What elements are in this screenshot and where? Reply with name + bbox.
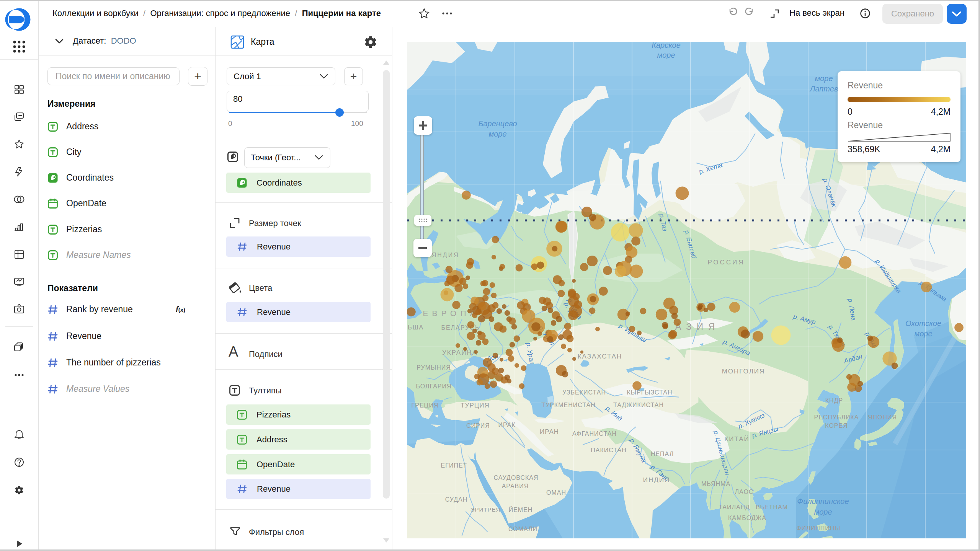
svg-text:УКРАИНА: УКРАИНА — [442, 349, 477, 356]
svg-text:РЕСПУБЛИКА: РЕСПУБЛИКА — [814, 414, 859, 421]
svg-text:КАЗАХСТАН: КАЗАХСТАН — [578, 353, 622, 360]
svg-text:ЛЬША: ЛЬША — [407, 324, 424, 331]
svg-text:ЙЕМЕН: ЙЕМЕН — [509, 506, 533, 513]
svg-text:Карское: Карское — [652, 42, 681, 49]
svg-text:КНДР: КНДР — [825, 397, 843, 404]
svg-text:ГРЕЦИЯ: ГРЕЦИЯ — [412, 402, 439, 409]
svg-text:море: море — [914, 329, 932, 338]
svg-text:МЬЯНМА: МЬЯНМА — [701, 481, 730, 487]
svg-text:море: море — [657, 51, 675, 59]
svg-text:КЫРГЫЗСТАН: КЫРГЫЗСТАН — [627, 389, 673, 396]
svg-text:Охотское: Охотское — [905, 319, 941, 328]
svg-text:ИРАК: ИРАК — [498, 422, 515, 428]
svg-text:УЗБЕКИСТАН: УЗБЕКИСТАН — [562, 389, 606, 396]
svg-text:АЗИЯ: АЗИЯ — [675, 321, 720, 332]
svg-text:САУДОВСКАЯ: САУДОВСКАЯ — [493, 474, 538, 481]
svg-text:ОМАН: ОМАН — [546, 489, 566, 496]
svg-text:МОНГОЛИЯ: МОНГОЛИЯ — [722, 368, 765, 375]
svg-text:АРАВИЯ: АРАВИЯ — [502, 483, 529, 489]
svg-text:СУДАН: СУДАН — [445, 496, 468, 503]
svg-text:РОССИЯ: РОССИЯ — [707, 259, 745, 266]
svg-text:ТУРЦИЯ: ТУРЦИЯ — [461, 402, 490, 409]
svg-text:ТАДЖИКИСТАН: ТАДЖИКИСТАН — [613, 402, 664, 408]
svg-text:СИРИЯ: СИРИЯ — [466, 422, 490, 429]
svg-text:НЕПАЛ: НЕПАЛ — [651, 451, 674, 457]
svg-text:ЭРИТРЕЯ: ЭРИТРЕЯ — [470, 506, 501, 513]
svg-text:ВЬЕТНАМ: ВЬЕТНАМ — [756, 504, 788, 510]
svg-text:ПАКИСТАН: ПАКИСТАН — [591, 447, 626, 453]
svg-text:ЯПОНИЯ: ЯПОНИЯ — [868, 414, 897, 421]
svg-text:ИРАН: ИРАН — [540, 428, 559, 435]
svg-text:ТАИЛАНД: ТАИЛАНД — [719, 504, 750, 510]
svg-text:Баренцево: Баренцево — [478, 119, 517, 128]
svg-text:КОРЕЯ: КОРЕЯ — [825, 422, 848, 429]
svg-text:РУМЫНИЯ: РУМЫНИЯ — [416, 364, 451, 371]
svg-text:КИТАЙ: КИТАЙ — [724, 435, 750, 443]
svg-text:ТУРКМЕНИСТАН: ТУРКМЕНИСТАН — [541, 402, 595, 408]
svg-text:море: море — [488, 130, 506, 138]
svg-text:АФГАНИСТАН: АФГАНИСТАН — [572, 430, 617, 437]
svg-text:КАМБОДЖА: КАМБОДЖА — [728, 515, 766, 521]
svg-text:СОМАЛИ: СОМАЛИ — [508, 526, 537, 532]
svg-text:море: море — [815, 74, 833, 83]
svg-text:море: море — [814, 508, 832, 516]
svg-text:ФИЛИППИНЫ: ФИЛИППИНЫ — [797, 525, 841, 531]
svg-text:ЛАОС: ЛАОС — [735, 489, 754, 495]
svg-text:ЕГИПЕТ: ЕГИПЕТ — [441, 462, 467, 469]
svg-text:БОЛГАРИЯ: БОЛГАРИЯ — [416, 383, 451, 390]
svg-text:Филиппинское: Филиппинское — [797, 497, 849, 505]
